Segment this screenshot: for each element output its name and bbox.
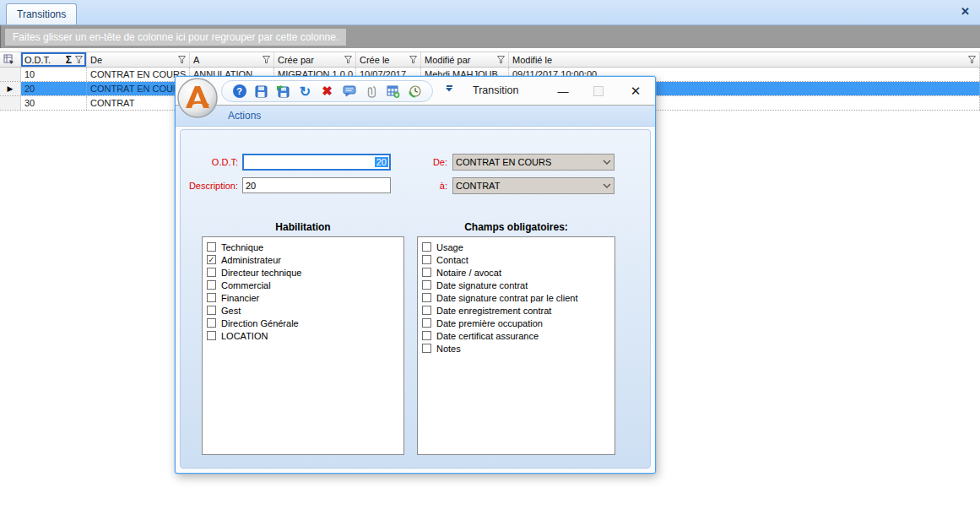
habilitation-list: ✓ Technique ✓ Administrateur ✓ Directeur… (202, 236, 404, 455)
de-dropdown[interactable]: CONTRAT EN COURS (452, 154, 615, 171)
list-item[interactable]: ✓ Gest (204, 304, 402, 317)
list-item[interactable]: ✓ Date certificat assurance (420, 329, 613, 342)
filter-icon[interactable] (409, 56, 417, 63)
checkbox[interactable]: ✓ (422, 318, 431, 328)
filter-icon[interactable] (75, 56, 83, 63)
checkbox-label: Date première occupation (436, 318, 543, 328)
cell-odt[interactable]: 20 (21, 82, 87, 95)
close-tab-icon[interactable]: ✕ (961, 5, 970, 18)
column-header-odt[interactable]: O.D.T. Σ (21, 52, 87, 67)
help-button[interactable]: ? (232, 84, 246, 99)
list-item[interactable]: ✓ Commercial (204, 279, 402, 291)
delete-icon: ✖ (322, 84, 333, 99)
list-item[interactable]: ✓ Administrateur (204, 253, 402, 266)
column-header-modifie-par[interactable]: Modifié par (421, 52, 509, 67)
odt-input-value: 20 (375, 157, 388, 167)
filter-icon[interactable] (968, 56, 976, 63)
delete-button[interactable]: ✖ (320, 84, 334, 99)
checkbox-label: Administrateur (221, 255, 281, 265)
list-item[interactable]: ✓ Financier (204, 291, 402, 304)
checkbox[interactable]: ✓ (207, 293, 216, 302)
save-button[interactable] (254, 84, 268, 99)
list-item[interactable]: ✓ Technique (204, 241, 402, 253)
group-by-bar[interactable]: Faites glisser un en-tête de colonne ici… (0, 25, 980, 48)
comment-button[interactable] (342, 84, 356, 99)
list-item[interactable]: ✓ Notaire / avocat (420, 266, 613, 279)
tab-transitions-label: Transitions (17, 8, 66, 20)
checkbox[interactable]: ✓ (207, 280, 216, 290)
paperclip-icon (366, 85, 376, 98)
tab-transitions[interactable]: Transitions (6, 3, 77, 24)
column-header-cree-le-label: Crée le (360, 55, 408, 65)
save-as-button[interactable] (276, 84, 290, 99)
maximize-icon (593, 86, 604, 96)
column-chooser-button[interactable] (0, 52, 21, 67)
checkbox[interactable]: ✓ (207, 268, 216, 277)
list-item[interactable]: ✓ Contact (420, 253, 613, 266)
ribbon-tab-actions[interactable]: Actions (228, 110, 261, 122)
column-header-a[interactable]: A (190, 52, 274, 67)
checkbox[interactable]: ✓ (422, 331, 431, 340)
row-selector[interactable] (0, 96, 21, 110)
description-input[interactable]: 20 (242, 177, 391, 193)
chevron-down-icon (446, 88, 452, 92)
chevron-down-icon (603, 183, 611, 188)
save-icon (255, 85, 268, 98)
app-logo (177, 78, 218, 118)
maximize-button[interactable] (591, 84, 606, 99)
checkbox[interactable]: ✓ (207, 306, 216, 315)
list-item[interactable]: ✓ Directeur technique (204, 266, 402, 279)
grid-header-row: O.D.T. Σ De A Crée par (0, 52, 980, 68)
checkbox[interactable]: ✓ (207, 318, 216, 328)
column-header-modifie-le-label: Modifié le (512, 55, 968, 65)
column-header-de[interactable]: De (87, 52, 190, 67)
minimize-button[interactable]: — (555, 84, 571, 99)
list-item[interactable]: ✓ Notes (420, 342, 613, 355)
list-item[interactable]: ✓ Usage (420, 241, 613, 253)
dialog-title: Transition (473, 84, 518, 96)
group-by-hint: Faites glisser un en-tête de colonne ici… (5, 29, 346, 46)
list-item[interactable]: ✓ Date signature contrat par le client (420, 291, 613, 304)
row-selector[interactable]: ▶ (0, 82, 21, 95)
filter-icon[interactable] (178, 56, 186, 63)
quick-access-toolbar: ? (221, 80, 433, 102)
row-selector[interactable] (0, 68, 21, 81)
add-grid-button[interactable] (386, 84, 400, 99)
checkbox[interactable]: ✓ (207, 331, 216, 340)
checkbox[interactable]: ✓ (422, 293, 431, 302)
checkbox[interactable]: ✓ (422, 306, 431, 315)
checkbox[interactable]: ✓ (207, 242, 216, 252)
checkbox[interactable]: ✓ (422, 268, 431, 277)
checkbox-checked[interactable]: ✓ (207, 255, 216, 264)
column-header-cree-le[interactable]: Crée le (356, 52, 421, 67)
filter-icon[interactable] (497, 56, 505, 63)
toolbar-overflow-button[interactable] (444, 85, 454, 92)
checkbox[interactable]: ✓ (422, 242, 431, 252)
list-item[interactable]: ✓ Date signature contrat (420, 279, 613, 291)
list-item[interactable]: ✓ Date enregistrement contrat (420, 304, 613, 317)
checkbox-label: Date certificat assurance (436, 331, 539, 341)
history-button[interactable] (408, 84, 422, 99)
checkbox[interactable]: ✓ (422, 344, 431, 353)
cell-odt[interactable]: 30 (21, 96, 87, 110)
checkbox[interactable]: ✓ (422, 255, 431, 264)
checkbox[interactable]: ✓ (422, 280, 431, 290)
list-item[interactable]: ✓ Date première occupation (420, 317, 613, 329)
column-header-modifie-le[interactable]: Modifié le (509, 52, 980, 67)
list-item[interactable]: ✓ Direction Générale (204, 317, 402, 329)
refresh-button[interactable]: ↻ (298, 84, 312, 99)
column-header-cree-par[interactable]: Crée par (274, 52, 356, 67)
list-item[interactable]: ✓ LOCATION (204, 329, 402, 342)
odt-input[interactable]: 20 (242, 154, 391, 171)
cell-odt[interactable]: 10 (21, 68, 87, 81)
filter-icon[interactable] (344, 56, 352, 63)
attachment-button[interactable] (364, 84, 378, 99)
filter-icon[interactable] (263, 56, 270, 63)
checkbox-label: Gest (221, 306, 241, 316)
dialog-titlebar[interactable]: ? (176, 77, 655, 106)
close-button[interactable]: ✕ (628, 84, 643, 99)
sum-icon[interactable]: Σ (66, 54, 72, 66)
checkbox-label: Financier (221, 293, 259, 303)
a-dropdown[interactable]: CONTRAT (452, 177, 615, 194)
current-row-arrow-icon: ▶ (8, 85, 14, 93)
